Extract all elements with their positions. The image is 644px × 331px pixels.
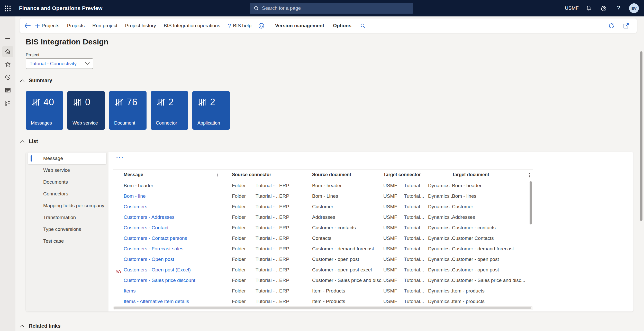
app-launcher-button[interactable] [4, 5, 12, 12]
open-in-new-window-button[interactable] [623, 22, 630, 29]
table-row[interactable]: Customers - Contact personsFolderTutoria… [113, 233, 533, 243]
summary-tile-web-service[interactable]: 0Web service [67, 91, 105, 130]
list-tab-mapping-fields-per-company[interactable]: Mapping fields per company [28, 200, 106, 212]
message-link[interactable]: Customers - Forecast sales [124, 246, 183, 251]
column-header-target-document[interactable]: Target document [452, 172, 526, 177]
refresh-button[interactable] [608, 22, 615, 29]
more-options-button[interactable]: ... [116, 153, 124, 160]
message-link[interactable]: Customers - Addresses [124, 214, 174, 220]
related-links-section-header[interactable]: Related links [20, 323, 60, 329]
message-link[interactable]: Items - Alternative Item details [124, 299, 189, 304]
target-connector-company: USMF [383, 246, 404, 252]
message-link[interactable]: Customers - Sales price discount [124, 278, 195, 283]
user-avatar[interactable]: EV [626, 0, 642, 16]
list-tab-label: Transformation [43, 215, 76, 220]
list-tab-connectors[interactable]: Connectors [28, 188, 106, 200]
table-row[interactable]: Bom - headerFolderTutorial - ...ERPBom -… [113, 180, 533, 191]
table-row[interactable]: Customers - Forecast salesFolderTutorial… [113, 243, 533, 254]
list-tab-label: Message [43, 156, 63, 161]
list-tab-message[interactable]: Message [28, 153, 106, 164]
source-connector-type: Folder [221, 193, 256, 199]
list-tab-web-service[interactable]: Web service [28, 164, 106, 176]
tally-icon [157, 98, 165, 107]
back-button[interactable] [24, 23, 31, 29]
table-row[interactable]: Customers - Open post (Excel)FolderTutor… [113, 264, 533, 275]
sidebar-item-favorites[interactable] [5, 61, 11, 67]
settings-button[interactable] [596, 0, 611, 16]
sidebar-item-recent[interactable] [5, 74, 11, 80]
new-project-button[interactable]: Projects [35, 23, 59, 29]
sort-ascending-icon[interactable]: ↑ [216, 172, 219, 178]
list-tab-type-conversions[interactable]: Type conversions [28, 223, 106, 235]
toolbar-divider [270, 22, 270, 29]
source-connector-system: ERP [279, 246, 312, 252]
message-link[interactable]: Bom - line [124, 193, 146, 199]
source-connector-name: Tutorial - ... [256, 214, 279, 220]
company-picker-button[interactable]: USMF [562, 0, 581, 16]
column-header-message[interactable]: Message [124, 172, 143, 177]
message-link[interactable]: Customers - Open post [124, 257, 174, 262]
project-dropdown[interactable]: Tutorial - Connectivity [26, 58, 93, 69]
table-scrollbar[interactable] [530, 181, 532, 224]
table-horizontal-scrollbar[interactable] [113, 306, 533, 310]
target-connector-company: USMF [383, 267, 404, 273]
sidebar-item-workspaces[interactable] [5, 87, 11, 93]
feedback-button[interactable] [258, 23, 265, 29]
module-list-icon [5, 100, 11, 106]
message-link[interactable]: Customers [124, 204, 147, 209]
menu-item-projects[interactable]: Projects [67, 23, 85, 29]
list-section-header[interactable]: List [20, 138, 38, 144]
list-tab-test-case[interactable]: Test case [28, 235, 106, 247]
target-connector-name: Tutorial... [404, 225, 428, 231]
source-connector-system: ERP [279, 214, 312, 220]
menu-item-project-history[interactable]: Project history [125, 23, 156, 29]
list-tab-documents[interactable]: Documents [28, 176, 106, 188]
table-row[interactable]: Customers - AddressesFolderTutorial - ..… [113, 212, 533, 222]
summary-tile-messages[interactable]: 40Messages [26, 91, 63, 130]
table-row[interactable]: CustomersFolderTutorial - ...ERPCustomer… [113, 201, 533, 212]
table-row[interactable]: ItemsFolderTutorial - ...ERPItem - Produ… [113, 286, 533, 296]
message-link[interactable]: Customers - Open post (Excel) [124, 267, 191, 272]
source-connector-type: Folder [221, 204, 256, 210]
action-search-button[interactable] [360, 23, 366, 29]
tile-count: 0 [85, 97, 90, 108]
column-header-target-connector[interactable]: Target connector [383, 172, 452, 177]
menu-item-options[interactable]: Options [333, 23, 351, 29]
menu-item-bis-integration-operations[interactable]: BIS Integration operations [164, 23, 220, 29]
source-connector-name: Tutorial - ... [256, 267, 279, 273]
table-row[interactable]: Customers - ContactFolderTutorial - ...E… [113, 222, 533, 233]
target-connector-company: USMF [383, 235, 404, 241]
sidebar-item-modules[interactable] [5, 100, 11, 106]
summary-tile-document[interactable]: 76Document [109, 91, 147, 130]
message-link[interactable]: Items [124, 288, 135, 294]
table-row[interactable]: Customers - Sales price discountFolderTu… [113, 275, 533, 286]
source-connector-type: Folder [221, 225, 256, 231]
table-row[interactable]: Bom - lineFolderTutorial - ...ERPBom - L… [113, 191, 533, 201]
summary-tile-application[interactable]: 2Application [192, 91, 230, 130]
table-header: Message ↑ Source connector Source docume… [113, 169, 533, 180]
column-header-source-document[interactable]: Source document [312, 172, 383, 177]
page-search-input[interactable]: Search for a page [250, 3, 413, 14]
expand-nav-button[interactable] [5, 35, 11, 42]
column-options-icon[interactable]: ⋮ [526, 172, 533, 178]
message-link[interactable]: Customers - Contact [124, 225, 168, 230]
menu-item-version-management[interactable]: Version management [275, 23, 324, 29]
source-connector-name: Tutorial - ... [256, 299, 279, 304]
menu-item-run-project[interactable]: Run project [92, 23, 117, 29]
list-tab-transformation[interactable]: Transformation [28, 212, 106, 223]
list-tab-label: Test case [43, 238, 64, 244]
notifications-button[interactable] [581, 0, 596, 16]
column-header-source-connector[interactable]: Source connector [221, 172, 312, 177]
table-row[interactable]: Items - Alternative Item detailsFolderTu… [113, 296, 533, 307]
sidebar-item-home[interactable] [2, 46, 13, 57]
gear-icon [601, 5, 607, 12]
page-scrollbar[interactable] [640, 51, 642, 221]
summary-tile-connector[interactable]: 2Connector [151, 91, 188, 130]
summary-section-header[interactable]: Summary [20, 78, 52, 83]
source-document: Item - Products [312, 299, 383, 304]
help-button[interactable]: ? [611, 0, 626, 16]
table-row[interactable]: Customers - Open postFolderTutorial - ..… [113, 254, 533, 264]
message-link[interactable]: Customers - Contact persons [124, 235, 187, 241]
tile-count: 2 [210, 97, 215, 108]
menu-item-bis-help[interactable]: ? BIS help [228, 23, 252, 29]
